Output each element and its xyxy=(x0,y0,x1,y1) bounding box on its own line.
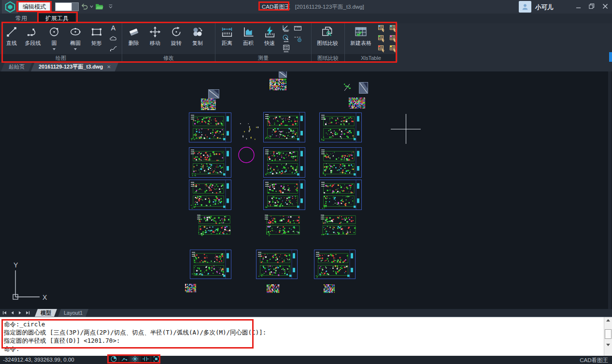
polar-tracking-toggle[interactable] xyxy=(120,356,128,364)
drawing-open-19[interactable] xyxy=(263,212,301,238)
drawing-sparkle-5[interactable] xyxy=(343,83,351,92)
drawing-plan-22[interactable] xyxy=(256,250,298,279)
snap-toggle[interactable] xyxy=(130,356,139,364)
last-layout-icon[interactable] xyxy=(24,309,31,316)
command-line-panel[interactable]: 命令:_circle指定圆的圆心或 [三点(3P)/两点(2P)/切点、切点、半… xyxy=(0,317,612,356)
drawing-thumb-2[interactable] xyxy=(270,79,287,91)
drawing-flag-1[interactable] xyxy=(279,71,287,78)
coordinate-list-button[interactable] xyxy=(280,44,292,55)
drawing-plan-16[interactable] xyxy=(263,180,305,210)
prev-layout-icon[interactable] xyxy=(9,309,15,316)
drawing-plan-15[interactable] xyxy=(189,180,231,210)
drawing-thumb-26[interactable] xyxy=(324,284,335,293)
circle-button[interactable]: 圆 xyxy=(43,23,65,54)
scroll-thumb[interactable] xyxy=(605,329,612,339)
quick-measure-button[interactable]: 快速 xyxy=(259,23,280,54)
offset-measure-button[interactable] xyxy=(292,34,303,44)
drawing-plan-8[interactable] xyxy=(189,112,231,142)
drawing-plan-17[interactable] xyxy=(319,180,362,210)
ribbon-tab-extended-tools[interactable]: 扩展工具 xyxy=(39,14,75,23)
drawing-plan-9[interactable] xyxy=(263,112,305,142)
drawing-open-20[interactable] xyxy=(319,212,357,238)
rotate-button[interactable]: 旋转 xyxy=(166,23,187,54)
ribbon-scrollbar-thumb[interactable] xyxy=(609,52,612,62)
quick-access-input[interactable] xyxy=(55,2,72,11)
chevron-down-icon[interactable] xyxy=(53,48,56,50)
drawing-flag-6[interactable] xyxy=(359,82,368,94)
user-avatar[interactable] xyxy=(519,1,531,13)
ribbon-button-label: 圆 xyxy=(52,40,57,47)
area-button[interactable]: 面积 xyxy=(238,23,259,54)
next-layout-icon[interactable] xyxy=(16,309,23,316)
isometric-toggle-toggle[interactable] xyxy=(109,356,118,364)
polyline-icon xyxy=(26,25,40,39)
scroll-down-icon[interactable] xyxy=(606,344,610,346)
drawing-thumb-25[interactable] xyxy=(267,284,280,293)
ruler-button[interactable] xyxy=(292,24,303,34)
distance-button[interactable]: 距离 xyxy=(216,23,238,54)
rectangle-button[interactable]: 矩形 xyxy=(86,23,107,54)
undo-icon[interactable] xyxy=(80,2,89,11)
table-cursor-4-button[interactable] xyxy=(387,24,399,34)
restore-button[interactable] xyxy=(585,0,598,13)
table-cursor-2-button[interactable] xyxy=(376,34,387,44)
table-cursor-3-button[interactable] xyxy=(376,44,387,55)
scroll-up-icon[interactable] xyxy=(606,319,610,322)
app-logo[interactable] xyxy=(2,0,18,14)
copy-button[interactable]: 复制 xyxy=(187,23,208,54)
table-cursor-6-button[interactable] xyxy=(387,44,399,55)
drawing-open-18[interactable] xyxy=(195,212,232,238)
magenta-circle-entity[interactable] xyxy=(238,146,255,166)
revision-cloud-button[interactable] xyxy=(107,34,119,44)
close-button[interactable] xyxy=(599,0,612,13)
rectangle-icon xyxy=(90,25,103,39)
angle-measure-button[interactable] xyxy=(280,24,292,34)
drawing-thumb-24[interactable] xyxy=(185,284,196,293)
drawing-plan-14[interactable] xyxy=(319,147,362,178)
drawing-compare-button[interactable]: 图纸比较 xyxy=(313,23,342,54)
command-scrollbar[interactable] xyxy=(604,317,612,356)
table-cursor-1-button[interactable] xyxy=(376,24,387,34)
drawing-plan-23[interactable] xyxy=(314,250,356,279)
drawing-plan-10[interactable] xyxy=(319,112,362,142)
text-button[interactable]: A xyxy=(107,24,119,34)
polyline-button[interactable]: 多段线 xyxy=(22,23,43,54)
drawing-flag-3[interactable] xyxy=(208,89,219,98)
drawing-plan-13[interactable] xyxy=(263,147,305,178)
toolbar-options-icon[interactable] xyxy=(107,2,114,11)
new-table-button[interactable]: 新建表格 xyxy=(346,23,376,54)
first-layout-icon[interactable] xyxy=(1,309,8,316)
drawing-thumb-4[interactable] xyxy=(201,98,216,111)
ellipse-button[interactable]: 椭圆 xyxy=(65,23,86,54)
edit-mode-button[interactable]: 编辑模式 xyxy=(18,1,50,12)
object-snap-toggle[interactable] xyxy=(141,356,150,364)
sketch-button[interactable] xyxy=(107,44,119,55)
drawing-thumb-7[interactable] xyxy=(349,98,365,109)
drawing-scatter-11[interactable] xyxy=(240,123,259,140)
quick-access-dropdown-button[interactable] xyxy=(71,2,79,11)
tab-start-page[interactable]: 起始页 xyxy=(1,62,32,71)
selection-cycling-toggle[interactable] xyxy=(152,356,160,364)
tab-close-icon[interactable]: ✕ xyxy=(107,64,111,70)
open-folder-icon[interactable] xyxy=(95,2,103,11)
ribbon-group-label: XlsTable xyxy=(345,54,397,62)
undo-dropdown-icon[interactable] xyxy=(88,2,94,11)
table-cursor-5-button[interactable] xyxy=(387,34,399,44)
canvas-scrollbar[interactable] xyxy=(608,71,612,309)
drawing-canvas[interactable]: Y X xyxy=(0,71,612,309)
ribbon-tab-common[interactable]: 常用 xyxy=(9,14,34,23)
layout-tab-model[interactable]: 模型 xyxy=(35,309,57,317)
tab-drawing-document[interactable]: 20161129-123平面_t3.dwg✕ xyxy=(31,62,119,71)
drawing-plan-21[interactable] xyxy=(190,250,231,279)
drawing-plan-12[interactable] xyxy=(189,147,231,178)
radius-measure-button[interactable] xyxy=(280,34,292,44)
minimize-button[interactable] xyxy=(572,0,584,13)
move-button[interactable]: 移动 xyxy=(144,23,166,54)
area-icon xyxy=(242,25,255,39)
ribbon-button-label: 多段线 xyxy=(25,40,41,47)
erase-button[interactable]: 删除 xyxy=(123,23,144,54)
table-cursor-2-icon xyxy=(377,34,386,45)
layout-tab-layout1[interactable]: Layout1 xyxy=(58,309,88,317)
chevron-down-icon[interactable] xyxy=(74,48,77,50)
line-button[interactable]: 直线 xyxy=(1,23,22,54)
